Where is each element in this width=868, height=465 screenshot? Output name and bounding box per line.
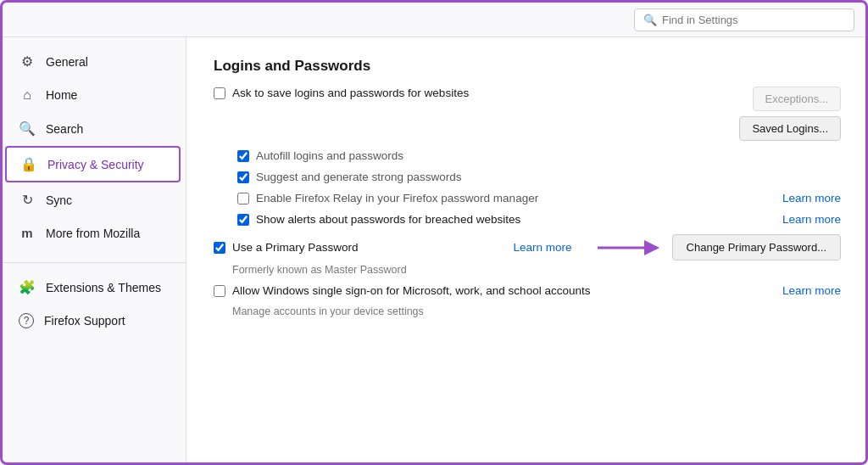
windows-sso-row: Allow Windows single sign-on for Microso… xyxy=(214,284,841,297)
ask-save-logins-row: Ask to save logins and passwords for web… xyxy=(214,87,841,141)
windows-sso-learn-more[interactable]: Learn more xyxy=(782,284,841,297)
sidebar-label-search: Search xyxy=(46,122,83,136)
primary-password-row: Use a Primary Password Learn more xyxy=(214,234,841,261)
ask-save-logins-checkbox[interactable] xyxy=(214,87,225,99)
mozilla-icon: m xyxy=(19,226,36,240)
autofill-logins-checkbox[interactable] xyxy=(237,150,249,162)
sidebar-item-firefox-support[interactable]: ? Firefox Support xyxy=(5,305,181,337)
sidebar-label-firefox-support: Firefox Support xyxy=(44,314,125,328)
sync-icon: ↻ xyxy=(19,192,36,208)
suggest-passwords-row: Suggest and generate strong passwords xyxy=(237,171,841,183)
sidebar-divider xyxy=(0,262,186,270)
ask-save-logins-label: Ask to save logins and passwords for web… xyxy=(232,87,732,99)
primary-password-sub-note: Formerly known as Master Password xyxy=(232,264,841,276)
extensions-icon: 🧩 xyxy=(19,279,36,295)
windows-sso-label: Allow Windows single sign-on for Microso… xyxy=(232,284,776,297)
arrow-button-group: Change Primary Password... xyxy=(596,234,841,261)
breach-alerts-checkbox[interactable] xyxy=(237,214,249,226)
sidebar-label-privacy-security: Privacy & Security xyxy=(47,158,144,171)
firefox-relay-row: Enable Firefox Relay in your Firefox pas… xyxy=(237,192,841,204)
primary-password-label: Use a Primary Password xyxy=(232,241,507,254)
find-search-icon: 🔍 xyxy=(643,14,657,26)
lock-icon: 🔒 xyxy=(20,156,37,172)
autofill-logins-row: Autofill logins and passwords xyxy=(237,149,841,162)
sidebar-item-sync[interactable]: ↻ Sync xyxy=(5,183,181,216)
firefox-relay-label: Enable Firefox Relay in your Firefox pas… xyxy=(256,192,776,204)
windows-sso-sub-note: Manage accounts in your device settings xyxy=(232,305,841,317)
firefox-relay-learn-more[interactable]: Learn more xyxy=(782,192,841,204)
windows-sso-checkbox[interactable] xyxy=(214,285,225,297)
main-content: Logins and Passwords Ask to save logins … xyxy=(186,37,868,465)
firefox-relay-checkbox[interactable] xyxy=(237,193,249,204)
suggest-passwords-checkbox[interactable] xyxy=(237,171,249,183)
purple-arrow-icon xyxy=(596,238,664,258)
sidebar-item-extensions-themes[interactable]: 🧩 Extensions & Themes xyxy=(5,271,181,304)
sidebar-item-general[interactable]: ⚙ General xyxy=(5,45,181,78)
find-in-settings-input[interactable] xyxy=(662,14,845,26)
sidebar-label-home: Home xyxy=(46,88,77,102)
support-icon: ? xyxy=(19,313,34,328)
gear-icon: ⚙ xyxy=(19,53,36,70)
sidebar: ⚙ General ⌂ Home 🔍 Search 🔒 Privacy & Se… xyxy=(0,37,186,465)
search-icon: 🔍 xyxy=(19,120,36,137)
sidebar-label-more-from-mozilla: More from Mozilla xyxy=(46,227,140,240)
section-title: Logins and Passwords xyxy=(214,58,841,75)
sidebar-item-home[interactable]: ⌂ Home xyxy=(5,79,181,111)
exceptions-button[interactable]: Exceptions... xyxy=(753,87,841,111)
sidebar-label-sync: Sync xyxy=(46,193,72,207)
sidebar-label-extensions-themes: Extensions & Themes xyxy=(46,281,161,294)
suggest-passwords-label: Suggest and generate strong passwords xyxy=(256,171,841,183)
top-bar: 🔍 xyxy=(0,0,868,37)
change-primary-password-button[interactable]: Change Primary Password... xyxy=(672,234,841,261)
home-icon: ⌂ xyxy=(19,87,36,103)
saved-logins-button[interactable]: Saved Logins... xyxy=(739,116,841,141)
sidebar-item-privacy-security[interactable]: 🔒 Privacy & Security xyxy=(5,146,181,182)
breach-alerts-learn-more[interactable]: Learn more xyxy=(782,213,841,226)
primary-password-checkbox[interactable] xyxy=(214,242,225,254)
find-in-settings-box[interactable]: 🔍 xyxy=(634,8,854,31)
breach-alerts-label: Show alerts about passwords for breached… xyxy=(256,213,776,226)
sidebar-item-more-from-mozilla[interactable]: m More from Mozilla xyxy=(5,217,181,249)
autofill-logins-label: Autofill logins and passwords xyxy=(256,149,841,162)
primary-password-learn-more[interactable]: Learn more xyxy=(514,241,572,254)
main-layout: ⚙ General ⌂ Home 🔍 Search 🔒 Privacy & Se… xyxy=(0,37,868,465)
breach-alerts-row: Show alerts about passwords for breached… xyxy=(237,213,841,226)
sidebar-label-general: General xyxy=(46,55,88,69)
sidebar-item-search[interactable]: 🔍 Search xyxy=(5,112,181,145)
